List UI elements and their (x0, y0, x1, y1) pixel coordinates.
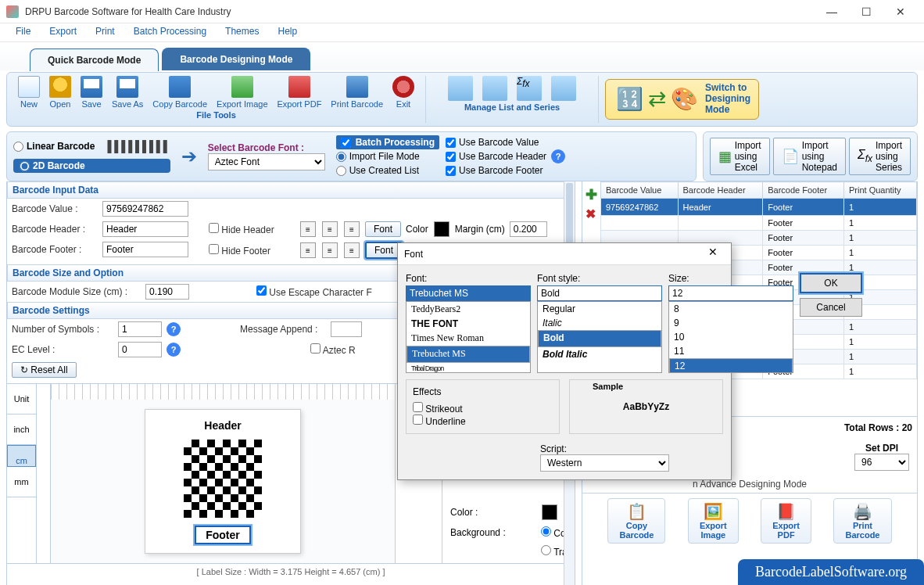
tool-new[interactable]: New (18, 76, 40, 109)
switch-to-designing-button[interactable]: 🔢 ⇄ 🎨 Switch to Designing Mode (605, 79, 759, 119)
style-list[interactable]: Regular Italic Bold Bold Italic (537, 301, 662, 373)
col-value[interactable]: Barcode Value (601, 182, 679, 199)
tool-export-pdf[interactable]: Export PDF (278, 76, 322, 109)
tool-save[interactable]: Save (81, 76, 102, 109)
export-image-button[interactable]: 🖼️Export Image (688, 498, 739, 544)
tool-export-image[interactable]: Export Image (217, 76, 267, 109)
size-item[interactable]: 10 (669, 330, 793, 344)
size-item[interactable]: 11 (669, 344, 793, 358)
radio-import-file[interactable]: Import File Mode (336, 151, 439, 162)
tab-quick-mode[interactable]: Quick Barcode Mode (30, 48, 159, 71)
hide-header-chk[interactable]: Hide Header (209, 223, 295, 235)
align-left-icon[interactable]: ≡ (300, 221, 316, 237)
style-item[interactable]: Bold Italic (538, 347, 661, 361)
copy-barcode-button[interactable]: 📋Copy Barcode (607, 498, 665, 544)
strikeout-chk[interactable]: Strikeout (413, 404, 463, 415)
export-pdf-button[interactable]: 📕Export PDF (761, 498, 811, 544)
font-ok-button[interactable]: OK (800, 273, 862, 293)
import-excel-button[interactable]: ▦Import using Excel (710, 138, 770, 175)
dpi-select[interactable]: 96 (854, 454, 909, 471)
size-item[interactable]: 9 (669, 316, 793, 330)
append-input[interactable] (331, 321, 362, 337)
menu-file[interactable]: File (6, 23, 40, 41)
chk-use-footer[interactable]: Use Barcode Footer (446, 165, 546, 176)
unit-cm[interactable]: cm (7, 445, 36, 467)
symbols-input[interactable] (118, 321, 162, 337)
col-footer[interactable]: Barcode Footer (763, 182, 844, 199)
bc-color-swatch[interactable] (542, 504, 557, 520)
table-row[interactable]: Footer1 (601, 216, 917, 231)
size-item-selected[interactable]: 12 (669, 358, 793, 373)
menu-export[interactable]: Export (40, 23, 86, 41)
font-item[interactable]: TeddyBears2 (406, 302, 530, 317)
script-select[interactable]: Western (540, 454, 669, 472)
style-item-selected[interactable]: Bold (538, 330, 661, 347)
font-size-input[interactable] (668, 285, 793, 301)
chk-use-header[interactable]: Use Barcode Header (446, 151, 546, 162)
underline-chk[interactable]: Underline (413, 416, 466, 427)
barcode-value-input[interactable] (102, 201, 188, 217)
escape-char-chk[interactable]: Use Escape Character F (256, 285, 372, 298)
hide-footer-chk[interactable]: Hide Footer (209, 244, 295, 257)
font-name-input[interactable] (406, 285, 531, 301)
align-right-icon[interactable]: ≡ (344, 221, 360, 237)
maximize-button[interactable]: ☐ (849, 1, 883, 23)
ec-input[interactable] (118, 342, 162, 357)
symbols-help-icon[interactable]: ? (167, 322, 181, 336)
align-left-icon-2[interactable]: ≡ (300, 242, 316, 258)
font-dialog-close[interactable]: ✕ (701, 246, 725, 263)
module-size-input[interactable] (145, 284, 189, 300)
aztec-chk[interactable]: Aztec R (310, 343, 396, 356)
barcode-font-select[interactable]: Aztec Font (208, 153, 325, 170)
manage-icon-3[interactable]: Σfx (517, 76, 542, 101)
font-item-selected[interactable]: Trebuchet MS (406, 346, 530, 363)
menu-themes[interactable]: Themes (216, 23, 268, 41)
tool-copy[interactable]: Copy Barcode (152, 76, 207, 109)
align-right-icon-2[interactable]: ≡ (344, 242, 360, 258)
style-item[interactable]: Italic (538, 316, 661, 330)
unit-unit[interactable]: Unit (7, 384, 36, 415)
radio-created-list[interactable]: Use Created List (336, 165, 439, 176)
font-item[interactable]: THE FONT (406, 317, 530, 331)
radio-linear-barcode[interactable]: Linear Barcode ▌▌▌▌▌▌▌▌▌ (13, 140, 170, 153)
barcode-footer-input[interactable] (102, 242, 188, 257)
close-button[interactable]: ✕ (883, 1, 918, 23)
tab-designing-mode[interactable]: Barcode Designing Mode (162, 48, 310, 70)
size-list[interactable]: 8 9 10 11 12 14 16 (668, 301, 793, 373)
import-series-button[interactable]: ΣfxImport using Series (849, 138, 911, 175)
table-row[interactable]: 97569247862HeaderFooter1 (601, 199, 917, 216)
manage-icon-2[interactable] (482, 76, 507, 101)
style-item[interactable]: Regular (538, 302, 661, 316)
unit-inch[interactable]: inch (7, 415, 36, 445)
barcode-header-input[interactable] (102, 221, 188, 237)
font-style-input[interactable] (537, 285, 662, 301)
chk-use-value[interactable]: Use Barcode Value (446, 137, 546, 148)
font-item[interactable]: Tribal Dragon (406, 363, 530, 373)
remove-row-icon[interactable]: ✖ (586, 206, 597, 221)
import-notepad-button[interactable]: 📄Import using Notepad (773, 138, 846, 175)
font-cancel-button[interactable]: Cancel (800, 298, 862, 317)
align-center-icon-2[interactable]: ≡ (322, 242, 338, 258)
tool-saveas[interactable]: Save As (112, 76, 143, 109)
col-qty[interactable]: Print Quantity (843, 182, 916, 199)
col-header[interactable]: Barcode Header (678, 182, 763, 199)
minimize-button[interactable]: — (815, 1, 849, 23)
batch-help-icon[interactable]: ? (551, 149, 565, 163)
print-barcode-button[interactable]: 🖨️Print Barcode (833, 498, 891, 544)
font-list[interactable]: TeddyBears2 THE FONT Times New Roman Tre… (406, 301, 531, 373)
align-center-icon[interactable]: ≡ (322, 221, 338, 237)
add-row-icon[interactable]: ✚ (586, 186, 597, 203)
menu-print[interactable]: Print (86, 23, 124, 41)
tool-exit[interactable]: Exit (392, 76, 414, 109)
margin-input[interactable] (510, 221, 547, 237)
reset-all-button[interactable]: ↻ Reset All (12, 362, 77, 378)
font-item[interactable]: Times New Roman (406, 331, 530, 346)
menu-batch[interactable]: Batch Processing (124, 23, 216, 41)
menu-help[interactable]: Help (268, 23, 306, 41)
batch-checkbox[interactable] (341, 138, 351, 148)
tool-open[interactable]: Open (49, 76, 71, 109)
header-font-button[interactable]: Font (365, 221, 401, 237)
ec-help-icon[interactable]: ? (167, 343, 181, 357)
manage-icon-1[interactable] (448, 76, 473, 101)
header-color-swatch[interactable] (434, 221, 449, 237)
